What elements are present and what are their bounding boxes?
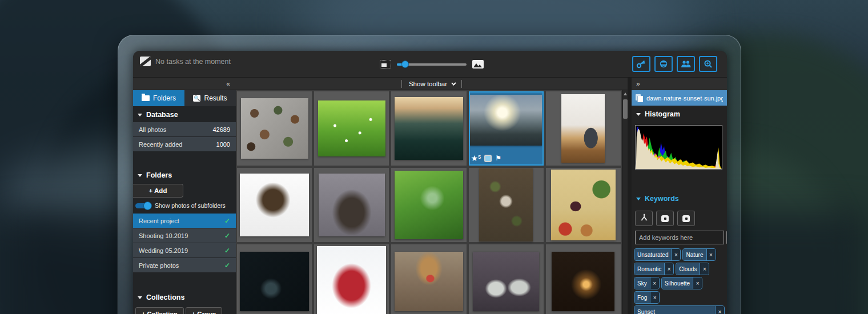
keyword-hierarchy-button[interactable] — [635, 211, 653, 226]
slider-knob[interactable] — [401, 61, 409, 68]
photo-cell-meadow[interactable] — [314, 91, 389, 166]
photo-thumb-dragonfly — [395, 171, 464, 239]
keyword-input[interactable] — [635, 231, 724, 244]
collections-buttons: + Collection + Group — [135, 307, 236, 314]
folder-item[interactable]: Private photos✓ — [133, 258, 236, 272]
rating-value: 5 — [478, 154, 481, 160]
photo-thumb-office-desk — [561, 94, 605, 163]
assign-keyword-button[interactable] — [656, 211, 674, 226]
photo-cell-dawn-sunset[interactable]: ★5⚑ — [469, 91, 544, 166]
remove-tag-button[interactable]: × — [650, 292, 659, 303]
add-folder-button[interactable]: + Add — [133, 184, 183, 198]
photo-cell-girl-writing[interactable] — [237, 168, 312, 242]
photo-cell-sneakers[interactable] — [469, 244, 544, 314]
folder-item-label: Recent project — [139, 218, 179, 224]
add-keyword-button[interactable]: + — [726, 231, 727, 244]
keywords-tool-button[interactable] — [632, 56, 650, 72]
keyword-tag[interactable]: Nature× — [682, 248, 716, 261]
hierarchy-icon — [640, 214, 648, 224]
rating-star-icon[interactable]: ★5 — [471, 154, 481, 163]
keyword-tag[interactable]: Silhouette× — [661, 277, 702, 289]
people-icon — [680, 60, 692, 69]
flag-icon[interactable]: ⚑ — [495, 154, 501, 162]
photo-cell-teacups[interactable] — [237, 91, 312, 166]
add-group-button[interactable]: + Group — [186, 307, 222, 314]
photo-cell-phone-selfie[interactable] — [391, 244, 466, 314]
keyword-tag[interactable]: Sky× — [634, 277, 660, 289]
keyword-tag[interactable]: Sunset× — [634, 305, 725, 314]
thumbnail-size-slider[interactable] — [397, 63, 467, 66]
photo-thumb-dark-glass — [240, 252, 309, 311]
photo-cell-candle-carousel[interactable] — [546, 244, 621, 314]
remove-tag-button[interactable]: × — [706, 249, 716, 260]
key-icon — [636, 59, 646, 69]
add-box-icon — [682, 215, 690, 222]
histogram-header-label: Histogram — [645, 110, 680, 118]
people-button[interactable] — [677, 56, 695, 72]
color-label-icon[interactable] — [484, 155, 492, 162]
tab-folders[interactable]: Folders — [133, 90, 184, 106]
subfolders-toggle[interactable] — [135, 203, 150, 208]
photo-cell-still-life[interactable] — [546, 168, 621, 242]
photo-thumb-forest-ground — [479, 168, 533, 241]
subfolders-toggle-label: Show photos of subfolders — [155, 202, 226, 209]
folder-item[interactable]: Shooting 10.2019✓ — [133, 228, 236, 243]
assign-keyword-alt-button[interactable] — [677, 211, 695, 226]
remove-tag-button[interactable]: × — [664, 263, 673, 275]
remove-tag-button[interactable]: × — [693, 277, 702, 289]
toggle-knob — [143, 202, 152, 210]
keywords-section-header[interactable]: Keywords — [632, 190, 727, 206]
database-row[interactable]: Recently added1000 — [133, 137, 236, 151]
search-button[interactable] — [699, 56, 717, 72]
keyword-tag[interactable]: Romantic× — [634, 263, 674, 275]
photo-cell-family-red[interactable] — [314, 244, 389, 314]
photo-cell-puppy[interactable] — [314, 168, 389, 242]
add-collection-button[interactable]: + Collection — [135, 307, 184, 314]
photo-cell-office-desk[interactable] — [546, 91, 621, 166]
folder-items: Recent project✓Shooting 10.2019✓Wedding … — [133, 214, 236, 272]
results-search-icon: 🔍 — [193, 95, 200, 102]
toolbar-divider — [401, 80, 402, 88]
keyword-tag[interactable]: Unsaturated× — [634, 248, 681, 261]
grid-scrollbar[interactable] — [622, 90, 628, 314]
photo-cell-forest-ground[interactable] — [469, 168, 544, 242]
selected-file-bar[interactable]: dawn-nature-sunset-sun.jpg — [632, 90, 727, 106]
remove-tag-button[interactable]: × — [671, 249, 680, 260]
remove-tag-button[interactable]: × — [700, 263, 709, 275]
chevron-down-icon — [138, 174, 142, 177]
photo-thumb-phone-selfie — [395, 252, 464, 311]
tab-results[interactable]: 🔍 Results — [184, 90, 236, 106]
large-thumbnails-icon[interactable] — [472, 60, 484, 69]
collapse-sidebar-icon[interactable]: « — [226, 80, 230, 88]
collections-section-header[interactable]: Collections — [133, 289, 236, 305]
photo-cell-forest-sunset[interactable] — [391, 91, 466, 166]
scroll-up-arrow[interactable] — [624, 92, 627, 95]
database-row-label: All photos — [139, 126, 166, 133]
small-thumbnails-icon[interactable] — [380, 60, 391, 69]
photo-thumb-dawn-sunset — [470, 95, 542, 146]
database-rows: All photos42689Recently added1000 — [133, 122, 236, 151]
show-toolbar-button[interactable]: Show toolbar — [409, 80, 455, 87]
database-row[interactable]: All photos42689 — [133, 122, 236, 136]
folder-item[interactable]: Wedding 05.2019✓ — [133, 243, 236, 257]
scrollbar-thumb[interactable] — [623, 99, 628, 119]
remove-tag-button[interactable]: × — [715, 306, 724, 314]
histogram-graphic — [636, 126, 722, 169]
photo-cell-dragonfly[interactable] — [391, 168, 466, 242]
face-icon — [658, 59, 669, 69]
face-recognition-button[interactable] — [654, 56, 673, 72]
keyword-tag[interactable]: Fog× — [634, 291, 660, 304]
folder-item[interactable]: Recent project✓ — [133, 214, 236, 228]
keyword-tag-label: Romantic — [634, 263, 664, 275]
database-section-header[interactable]: Database — [133, 106, 236, 122]
photo-cell-dark-glass[interactable] — [237, 244, 312, 314]
grid-toolbar-strip: Show toolbar — [236, 78, 628, 90]
tab-results-label: Results — [204, 94, 227, 102]
folders-section-header[interactable]: Folders — [133, 167, 236, 183]
histogram-section-header[interactable]: Histogram — [632, 106, 727, 122]
remove-tag-button[interactable]: × — [650, 277, 659, 289]
folder-item-label: Wedding 05.2019 — [139, 247, 188, 254]
keyword-tag[interactable]: Clouds× — [676, 263, 709, 275]
expand-panel-icon[interactable]: » — [636, 80, 640, 88]
photo-grid-area: Show toolbar ★5⚑ — [236, 78, 628, 314]
